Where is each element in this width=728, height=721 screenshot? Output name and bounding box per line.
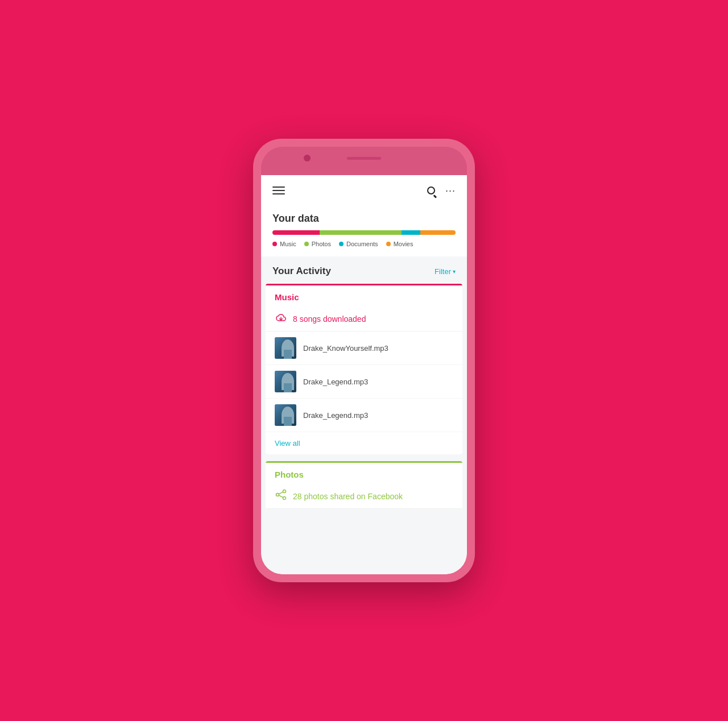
app-header: ···	[261, 175, 467, 206]
svg-line-4	[279, 492, 283, 494]
music-summary-row: 8 songs downloaded	[266, 306, 462, 332]
phone-mockup: ··· Your data Music	[253, 139, 475, 582]
photos-summary-row: 28 photos shared on Facebook	[266, 484, 462, 509]
share-icon	[275, 488, 287, 504]
documents-bar	[402, 230, 420, 235]
music-summary-text: 8 songs downloaded	[293, 314, 366, 324]
song-name-2: Drake_Legend.mp3	[303, 378, 368, 386]
music-category-label: Music	[266, 285, 462, 306]
song-item-2[interactable]: Drake_Legend.mp3	[266, 365, 462, 399]
movies-dot	[386, 242, 391, 246]
song-art-1	[275, 337, 296, 359]
song-thumb-1	[275, 337, 296, 359]
music-card: Music 8 songs downloaded	[266, 284, 462, 454]
search-icon	[427, 187, 435, 194]
header-right-icons: ···	[425, 184, 456, 197]
chevron-down-icon: ▾	[453, 268, 456, 275]
filter-button[interactable]: Filter ▾	[435, 267, 456, 276]
filter-label: Filter	[435, 267, 451, 276]
phone-speaker	[347, 157, 381, 160]
photos-card: Photos 28 photos shared on Facebook	[266, 461, 462, 509]
your-data-section: Your data Music Photos	[261, 206, 467, 256]
song-item-3[interactable]: Drake_Legend.mp3	[266, 399, 462, 432]
song-thumb-2	[275, 371, 296, 392]
music-dot	[272, 242, 277, 246]
legend-documents: Documents	[339, 241, 378, 247]
legend-movies: Movies	[386, 241, 413, 247]
activity-header: Your Activity Filter ▾	[261, 256, 467, 284]
song-name-3: Drake_Legend.mp3	[303, 411, 368, 420]
svg-point-1	[283, 490, 286, 493]
data-legend: Music Photos Documents Movies	[272, 241, 456, 247]
activity-title: Your Activity	[272, 266, 331, 277]
music-bar	[272, 230, 320, 235]
your-data-title: Your data	[272, 213, 456, 225]
photos-legend-label: Photos	[312, 241, 331, 247]
movies-legend-label: Movies	[394, 241, 413, 247]
song-thumb-3	[275, 404, 296, 426]
download-icon	[275, 311, 287, 326]
movies-bar	[420, 230, 456, 235]
legend-photos: Photos	[304, 241, 331, 247]
view-all-button[interactable]: View all	[266, 432, 462, 454]
music-legend-label: Music	[280, 241, 296, 247]
more-options-button[interactable]: ···	[445, 185, 456, 197]
data-usage-bar	[272, 230, 456, 235]
song-item-1[interactable]: Drake_KnowYourself.mp3	[266, 332, 462, 365]
photos-bar	[320, 230, 402, 235]
phone-camera	[304, 155, 311, 161]
phone-inner: ··· Your data Music	[261, 147, 467, 574]
search-button[interactable]	[425, 184, 437, 197]
documents-legend-label: Documents	[346, 241, 378, 247]
photos-summary-text: 28 photos shared on Facebook	[293, 492, 403, 501]
photos-category-label: Photos	[266, 463, 462, 484]
hamburger-menu-button[interactable]	[272, 187, 285, 194]
activity-section: Your Activity Filter ▾ Music	[261, 256, 467, 574]
legend-music: Music	[272, 241, 296, 247]
song-name-1: Drake_KnowYourself.mp3	[303, 344, 388, 353]
svg-point-3	[283, 497, 286, 500]
svg-line-5	[279, 495, 283, 498]
photos-dot	[304, 242, 309, 246]
song-art-3	[275, 404, 296, 426]
documents-dot	[339, 242, 344, 246]
song-art-2	[275, 371, 296, 392]
screen: ··· Your data Music	[261, 175, 467, 574]
svg-point-2	[276, 494, 279, 496]
